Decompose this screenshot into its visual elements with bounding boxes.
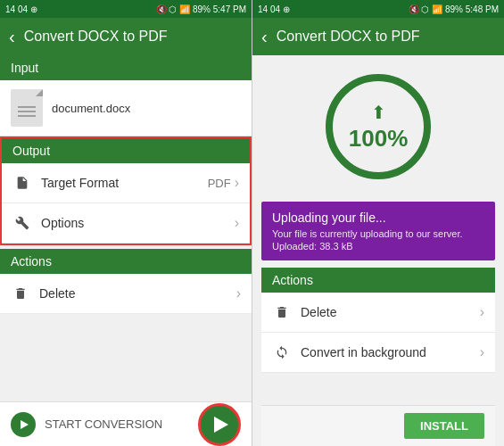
- target-format-chevron-icon: ›: [235, 175, 239, 191]
- status-right-right-icons: 🔇 ⬡ 📶 89% 5:48 PM: [409, 4, 499, 14]
- right-delete-chevron-icon: ›: [480, 304, 484, 320]
- start-conversion-text: START CONVERSION: [45, 417, 162, 431]
- play-small-button[interactable]: [11, 412, 36, 437]
- progress-circle: ⬆ 100%: [316, 64, 441, 189]
- delete-label: Delete: [39, 286, 236, 301]
- right-delete-icon: [272, 302, 292, 322]
- target-format-item[interactable]: Target Format PDF ›: [2, 163, 250, 203]
- uploading-title: Uploading your file...: [272, 211, 484, 225]
- convert-background-item[interactable]: Convert in background ›: [261, 333, 495, 373]
- status-left-icons: 14 04 ⊕: [5, 4, 37, 14]
- file-icon: [11, 89, 43, 127]
- delete-chevron-icon: ›: [236, 285, 241, 301]
- left-panel: 14 04 ⊕ 🔇 ⬡ 📶 89% 5:47 PM ‹ Convert DOCX…: [0, 0, 252, 446]
- status-right-left-icons: 14 04 ⊕: [258, 4, 290, 14]
- input-section-header: Input: [0, 55, 252, 80]
- play-small-icon: [21, 420, 29, 429]
- upload-icon: ⬆: [371, 102, 386, 123]
- file-line-1: [18, 106, 36, 108]
- install-button[interactable]: INSTALL: [404, 413, 484, 439]
- uploading-description: Your file is currently uploading to our …: [272, 228, 484, 239]
- circle-inner-content: ⬆ 100%: [349, 102, 409, 153]
- options-item[interactable]: Options ›: [2, 203, 250, 244]
- uploading-card: Uploading your file... Your file is curr…: [261, 202, 495, 260]
- options-chevron-icon: ›: [235, 215, 239, 231]
- file-item[interactable]: document.docx: [0, 80, 252, 136]
- file-name: document.docx: [52, 102, 241, 115]
- uploading-size: Uploaded: 38.3 kB: [272, 241, 484, 252]
- progress-percent: 100%: [349, 125, 409, 153]
- right-app-header: ‹ Convert DOCX to PDF: [252, 18, 504, 55]
- right-panel: 14 04 ⊕ 🔇 ⬡ 📶 89% 5:48 PM ‹ Convert DOCX…: [252, 0, 504, 446]
- actions-section-header: Actions: [0, 249, 252, 274]
- file-line-3: [18, 115, 36, 117]
- play-circle-icon: [214, 417, 228, 433]
- back-button-left[interactable]: ‹: [9, 27, 15, 47]
- options-icon: [12, 213, 32, 233]
- left-bottom-bar: START CONVERSION: [0, 401, 252, 446]
- delete-item[interactable]: Delete ›: [0, 274, 252, 314]
- install-bar: INSTALL: [261, 405, 495, 446]
- file-fold: [36, 89, 43, 96]
- output-section: Output Target Format PDF › Options ›: [0, 136, 252, 245]
- right-panel-content: ⬆ 100% Uploading your file... Your file …: [252, 55, 504, 446]
- target-format-icon: [12, 173, 32, 193]
- file-lines: [18, 106, 36, 117]
- back-button-right[interactable]: ‹: [261, 27, 268, 47]
- file-line-2: [18, 111, 36, 112]
- right-actions-section: Actions Delete › Convert in background ›: [261, 268, 495, 373]
- left-app-header: ‹ Convert DOCX to PDF: [0, 18, 252, 55]
- status-bar-right: 14 04 ⊕ 🔇 ⬡ 📶 89% 5:48 PM: [252, 0, 504, 18]
- status-bar-left: 14 04 ⊕ 🔇 ⬡ 📶 89% 5:47 PM: [0, 0, 252, 18]
- target-format-value: PDF: [208, 177, 231, 190]
- actions-section: Actions Delete ›: [0, 249, 252, 314]
- status-right-icons: 🔇 ⬡ 📶 89% 5:47 PM: [156, 4, 246, 14]
- output-section-header: Output: [2, 138, 250, 163]
- target-format-label: Target Format: [41, 176, 208, 190]
- delete-icon: [11, 284, 30, 303]
- options-label: Options: [41, 216, 235, 230]
- progress-container: ⬆ 100%: [261, 64, 495, 202]
- play-circle-button[interactable]: [198, 403, 241, 446]
- right-delete-label: Delete: [301, 305, 480, 319]
- left-header-title: Convert DOCX to PDF: [24, 29, 168, 45]
- right-delete-item[interactable]: Delete ›: [261, 293, 495, 333]
- convert-background-chevron-icon: ›: [480, 344, 484, 360]
- convert-background-icon: [272, 343, 292, 362]
- convert-background-label: Convert in background: [301, 345, 480, 359]
- right-actions-header: Actions: [261, 268, 495, 293]
- right-header-title: Convert DOCX to PDF: [277, 29, 420, 45]
